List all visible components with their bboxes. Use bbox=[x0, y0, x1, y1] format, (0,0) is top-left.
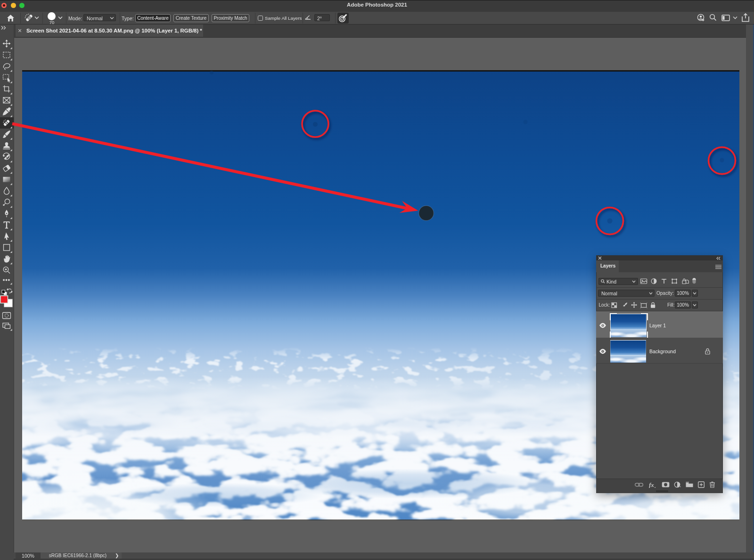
svg-text:fx: fx bbox=[649, 481, 654, 488]
